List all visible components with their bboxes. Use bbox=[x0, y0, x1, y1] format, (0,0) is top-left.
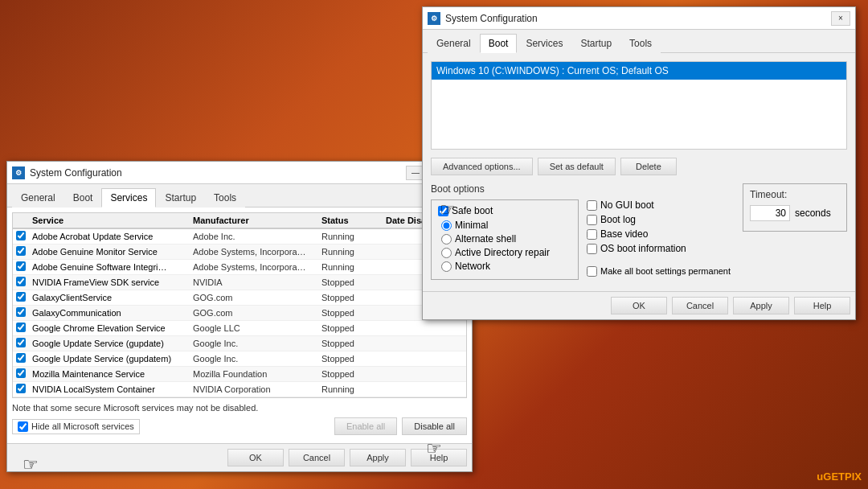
timeout-input[interactable] bbox=[750, 205, 790, 221]
service-name-10: NVIDIA LocalSystem Container bbox=[32, 384, 193, 394]
make-permanent-checkbox[interactable] bbox=[587, 266, 597, 277]
safe-boot-header: Safe boot bbox=[438, 205, 571, 216]
boot-tab-tools[interactable]: Tools bbox=[620, 34, 661, 53]
boot-options-section: Boot options Safe boot Minimal Alternate… bbox=[431, 183, 847, 283]
ok-btn[interactable]: OK bbox=[227, 449, 284, 466]
col-status: Status bbox=[321, 216, 386, 225]
boot-tab-general[interactable]: General bbox=[428, 34, 480, 53]
service-checkbox-1[interactable] bbox=[16, 246, 26, 256]
tab-boot[interactable]: Boot bbox=[64, 188, 102, 208]
table-row: Adobe Genuine Monitor Service Adobe Syst… bbox=[13, 244, 466, 260]
hide-ms-checkbox[interactable] bbox=[18, 421, 28, 432]
cancel-btn[interactable]: Cancel bbox=[289, 449, 345, 466]
safe-boot-checkbox[interactable] bbox=[438, 206, 448, 216]
minimal-option: Minimal bbox=[438, 220, 571, 231]
service-checkbox-9[interactable] bbox=[16, 368, 26, 378]
service-status-1: Running bbox=[321, 247, 386, 257]
boot-apply-btn[interactable]: Apply bbox=[733, 297, 789, 314]
table-row: Adobe Acrobat Update Service Adobe Inc. … bbox=[13, 229, 466, 244]
service-status-5: Stopped bbox=[321, 308, 386, 318]
set-default-btn[interactable]: Set as default bbox=[538, 158, 616, 175]
tab-general[interactable]: General bbox=[12, 188, 64, 208]
tab-services[interactable]: Services bbox=[101, 188, 156, 208]
delete-btn[interactable]: Delete bbox=[620, 158, 677, 175]
boot-titlebar-left: ⚙ System Configuration bbox=[428, 12, 538, 25]
service-checkbox-0[interactable] bbox=[16, 231, 26, 240]
service-checkbox-5[interactable] bbox=[16, 307, 26, 317]
services-titlebar: ⚙ System Configuration — □ ✕ bbox=[7, 162, 472, 184]
service-manufacturer-8: Google Inc. bbox=[193, 354, 321, 364]
boot-tab-boot[interactable]: Boot bbox=[480, 34, 518, 53]
boot-tab-startup[interactable]: Startup bbox=[571, 34, 620, 53]
disable-all-btn[interactable]: Disable all bbox=[402, 417, 467, 435]
services-window-footer: OK Cancel Apply Help bbox=[7, 443, 472, 471]
minimal-label: Minimal bbox=[455, 220, 488, 231]
active-directory-radio[interactable] bbox=[441, 248, 452, 258]
os-item[interactable]: Windows 10 (C:\WINDOWS) : Current OS; De… bbox=[432, 62, 846, 80]
boot-log-checkbox[interactable] bbox=[587, 215, 597, 225]
service-manufacturer-2: Adobe Systems, Incorpora… bbox=[193, 262, 321, 272]
services-window: ⚙ System Configuration — □ ✕ General Boo… bbox=[6, 161, 473, 472]
service-name-4: GalaxyClientService bbox=[32, 293, 193, 302]
service-status-7: Stopped bbox=[321, 339, 386, 348]
alternate-shell-option: Alternate shell bbox=[438, 233, 571, 244]
make-permanent-label: Make all boot settings permanent bbox=[600, 265, 731, 277]
service-checkbox-8[interactable] bbox=[16, 353, 26, 363]
service-name-0: Adobe Acrobat Update Service bbox=[32, 232, 193, 241]
boot-tabs: General Boot Services Startup Tools bbox=[423, 30, 855, 53]
titlebar-left: ⚙ System Configuration bbox=[12, 166, 122, 179]
service-checkbox-2[interactable] bbox=[16, 261, 26, 271]
boot-tab-services[interactable]: Services bbox=[517, 34, 571, 53]
service-checkbox-3[interactable] bbox=[16, 277, 26, 286]
service-status-2: Running bbox=[321, 262, 386, 272]
boot-window: ⚙ System Configuration × General Boot Se… bbox=[422, 6, 856, 320]
col-manufacturer: Manufacturer bbox=[193, 216, 321, 225]
service-name-3: NVIDIA FrameView SDK service bbox=[32, 277, 193, 287]
apply-btn[interactable]: Apply bbox=[350, 449, 406, 466]
active-directory-option: Active Directory repair bbox=[438, 247, 571, 258]
service-manufacturer-0: Adobe Inc. bbox=[193, 232, 321, 241]
service-manufacturer-9: Mozilla Foundation bbox=[193, 369, 321, 379]
boot-cancel-btn[interactable]: Cancel bbox=[672, 297, 728, 314]
boot-close-btn[interactable]: × bbox=[831, 11, 850, 26]
boot-options-left: Boot options Safe boot Minimal Alternate… bbox=[431, 183, 579, 283]
tab-startup[interactable]: Startup bbox=[156, 188, 205, 208]
help-btn[interactable]: Help bbox=[411, 449, 467, 466]
alternate-shell-radio[interactable] bbox=[441, 234, 452, 244]
tab-tools[interactable]: Tools bbox=[205, 188, 245, 208]
service-manufacturer-7: Google Inc. bbox=[193, 339, 321, 348]
service-checkbox-7[interactable] bbox=[16, 338, 26, 347]
services-tabs: General Boot Services Startup Tools bbox=[7, 184, 472, 208]
os-boot-info-checkbox[interactable] bbox=[587, 244, 597, 254]
boot-buttons: Advanced options... Set as default Delet… bbox=[431, 158, 847, 175]
service-name-9: Mozilla Maintenance Service bbox=[32, 369, 193, 379]
base-video-opt: Base video bbox=[587, 228, 735, 240]
base-video-checkbox[interactable] bbox=[587, 229, 597, 240]
service-checkbox-6[interactable] bbox=[16, 323, 26, 332]
hide-ms-label[interactable]: Hide all Microsoft services bbox=[12, 419, 140, 434]
service-checkbox-10[interactable] bbox=[16, 384, 26, 393]
table-row: GalaxyClientService GOG.com Stopped bbox=[13, 290, 466, 306]
timeout-label: Timeout: bbox=[750, 189, 840, 200]
make-permanent-opt: Make all boot settings permanent bbox=[587, 265, 735, 277]
advanced-options-btn[interactable]: Advanced options... bbox=[431, 158, 533, 175]
network-option: Network bbox=[438, 261, 571, 272]
boot-window-title: System Configuration bbox=[445, 13, 538, 24]
safe-boot-label: Safe boot bbox=[452, 205, 493, 216]
network-radio[interactable] bbox=[441, 261, 452, 272]
table-row: Google Chrome Elevation Service Google L… bbox=[13, 321, 466, 336]
boot-ok-btn[interactable]: OK bbox=[611, 297, 667, 314]
alternate-shell-label: Alternate shell bbox=[455, 233, 516, 244]
service-checkbox-4[interactable] bbox=[16, 292, 26, 302]
services-table: Adobe Acrobat Update Service Adobe Inc. … bbox=[12, 229, 467, 398]
minimal-radio[interactable] bbox=[441, 220, 452, 231]
boot-help-btn[interactable]: Help bbox=[794, 297, 850, 314]
service-name-6: Google Chrome Elevation Service bbox=[32, 323, 193, 333]
table-row: Google Update Service (gupdatem) Google … bbox=[13, 351, 466, 367]
no-gui-boot-label: No GUI boot bbox=[600, 199, 654, 211]
enable-all-btn[interactable]: Enable all bbox=[334, 417, 397, 435]
timeout-box: Timeout: seconds bbox=[743, 183, 847, 232]
table-row: Mozilla Maintenance Service Mozilla Foun… bbox=[13, 367, 466, 382]
services-content: Service Manufacturer Status Date Disable… bbox=[7, 208, 472, 443]
no-gui-boot-checkbox[interactable] bbox=[587, 200, 597, 211]
